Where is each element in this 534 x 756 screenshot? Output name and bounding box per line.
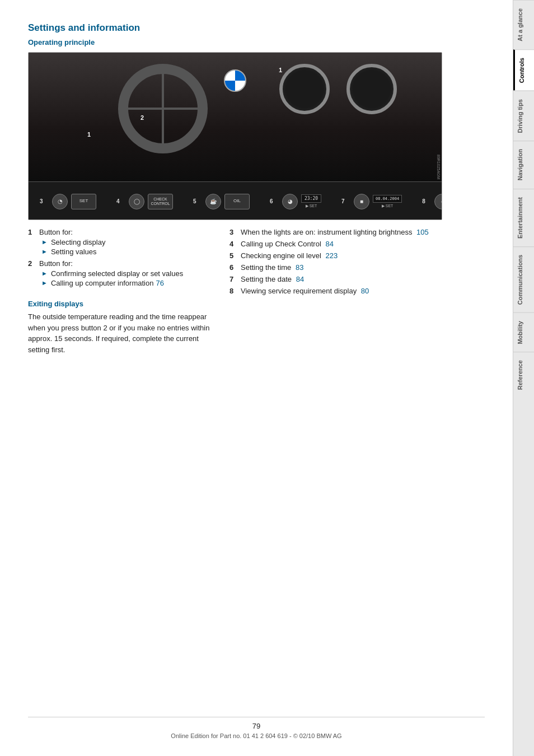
item-3-ref[interactable]: 105 — [416, 228, 429, 236]
tab-communications[interactable]: Communications — [513, 246, 535, 312]
bmw-logo-icon — [224, 69, 246, 92]
tab-at-a-glance[interactable]: At a glance — [513, 0, 535, 49]
instrument-image: 1 1 2 3 ◔ SET 4 ◯ CHECKCONTROL 5 ☕ — [28, 52, 442, 220]
button-6-module: ◕ 23:20 ▶ SET — [282, 194, 321, 209]
time-set-label: ▶ SET — [306, 204, 317, 208]
item-2-sub-2-text: Calling up computer information — [51, 279, 154, 287]
item-2-num: 2 — [28, 259, 39, 288]
right-column: 3 When the lights are on: instrument lig… — [229, 228, 496, 355]
item-7-label: Setting the date — [241, 275, 292, 283]
sidebar: At a glance Controls Driving tips Naviga… — [513, 0, 534, 756]
arrow-icon-3: ► — [41, 270, 48, 277]
button-5-module: ☕ OIL — [205, 194, 250, 209]
speedometer-gauge — [279, 64, 330, 114]
item-6-label: Setting the time — [241, 263, 291, 272]
item-1-sub-1: ► Selecting display — [41, 238, 218, 246]
item-8-ref[interactable]: 80 — [361, 287, 369, 295]
item-6-ref[interactable]: 83 — [296, 263, 303, 272]
item-1-label: Button for: — [39, 228, 73, 236]
item-2-sub-2: ► Calling up computer information 76 — [41, 279, 218, 287]
item-2-sub-1: ► Confirming selected display or set val… — [41, 269, 218, 278]
button-7-module: ■ 08.04.2004 ▶ SET — [354, 194, 402, 209]
item-4-label: Calling up Check Control — [241, 240, 321, 248]
item-4-num: 4 — [229, 240, 241, 248]
item-1-subitems: ► Selecting display ► Setting values — [41, 238, 218, 256]
button-5-rect: OIL — [224, 194, 250, 209]
date-set-label: ▶ SET — [382, 204, 394, 208]
time-display: 23:20 — [301, 194, 321, 203]
tab-controls[interactable]: Controls — [513, 49, 535, 91]
button-5-icon: ☕ — [205, 194, 221, 209]
item-2-sub-1-text: Confirming selected display or set value… — [51, 269, 183, 278]
button-5-label: 5 — [193, 198, 200, 204]
arrow-icon-4: ► — [41, 279, 48, 286]
exiting-title: Exiting displays — [28, 300, 218, 308]
item-4-ref[interactable]: 84 — [325, 240, 333, 248]
image-label-1-top: 1 — [279, 67, 282, 73]
item-2-content: Button for: ► Confirming selected displa… — [39, 259, 218, 288]
item-1-sub-2: ► Setting values — [41, 248, 218, 256]
button-6-icon: ◕ — [282, 194, 298, 209]
button-7-label: 7 — [341, 198, 348, 204]
item-7-content: Setting the date 84 — [241, 275, 496, 283]
tab-driving-tips[interactable]: Driving tips — [513, 91, 535, 141]
list-item-3: 3 When the lights are on: instrument lig… — [229, 228, 496, 236]
item-3-label: When the lights are on: instrument light… — [241, 228, 412, 236]
button-3-rect: SET — [71, 194, 96, 209]
item-1-num: 1 — [28, 228, 39, 257]
copyright-text: Online Edition for Part no. 01 41 2 604 … — [171, 732, 341, 739]
rpm-gauge — [346, 64, 397, 114]
tab-entertainment[interactable]: Entertainment — [513, 189, 535, 246]
button-7-display: 08.04.2004 ▶ SET — [373, 195, 402, 208]
list-item-5: 5 Checking engine oil level 223 — [229, 251, 496, 260]
item-7-ref[interactable]: 84 — [296, 275, 304, 283]
button-8-module: ◖ ▶ SERVICE-INFOS — [434, 194, 442, 209]
page-number: 79 — [28, 722, 485, 730]
item-4-content: Calling up Check Control 84 — [241, 240, 496, 248]
page-title: Settings and information — [28, 22, 496, 34]
arrow-icon-2: ► — [41, 248, 48, 255]
list-item-6: 6 Setting the time 83 — [229, 263, 496, 272]
left-column: 1 Button for: ► Selecting display ► Sett… — [28, 228, 218, 355]
button-6-display: 23:20 ▶ SET — [301, 194, 321, 208]
list-item-1: 1 Button for: ► Selecting display ► Sett… — [28, 228, 218, 257]
list-item-2: 2 Button for: ► Confirming selected disp… — [28, 259, 218, 288]
item-3-content: When the lights are on: instrument light… — [241, 228, 496, 236]
item-8-num: 8 — [229, 287, 241, 295]
item-6-num: 6 — [229, 263, 241, 272]
button-6-label: 6 — [270, 198, 277, 204]
button-4-label: 4 — [116, 198, 123, 204]
item-2-subitems: ► Confirming selected display or set val… — [41, 269, 218, 287]
item-6-content: Setting the time 83 — [241, 263, 496, 272]
button-strip: 3 ◔ SET 4 ◯ CHECKCONTROL 5 ☕ OIL 6 — [29, 181, 442, 220]
exiting-text: The outside temperature reading and the … — [28, 311, 218, 355]
item-5-content: Checking engine oil level 223 — [241, 251, 496, 260]
arrow-icon-1: ► — [41, 239, 48, 245]
button-7-icon: ■ — [354, 194, 369, 209]
item-2-sub-2-ref[interactable]: 76 — [156, 279, 163, 287]
content-columns: 1 Button for: ► Selecting display ► Sett… — [28, 228, 496, 355]
page-footer: 79 Online Edition for Part no. 01 41 2 6… — [28, 717, 485, 739]
item-1-sub-1-text: Selecting display — [51, 238, 106, 246]
date-display: 08.04.2004 — [373, 195, 402, 203]
button-4-rect: CHECKCONTROL — [148, 194, 173, 209]
item-8-label: Viewing service requirement display — [241, 287, 357, 295]
tab-mobility[interactable]: Mobility — [513, 312, 535, 352]
tab-navigation[interactable]: Navigation — [513, 141, 535, 188]
image-label-1-bottom: 1 — [87, 131, 91, 138]
button-4-module: ◯ CHECKCONTROL — [129, 194, 173, 209]
item-5-ref[interactable]: 223 — [325, 251, 338, 260]
image-copyright: 89R1025AGM — [437, 155, 441, 179]
button-8-icon: ◖ — [434, 194, 442, 209]
item-5-label: Checking engine oil level — [241, 251, 321, 260]
gauge-cluster — [279, 64, 397, 114]
item-3-num: 3 — [229, 228, 241, 236]
list-item-4: 4 Calling up Check Control 84 — [229, 240, 496, 248]
item-1-content: Button for: ► Selecting display ► Settin… — [39, 228, 218, 257]
button-8-label: 8 — [422, 198, 429, 204]
tab-reference[interactable]: Reference — [513, 352, 535, 398]
button-4-icon: ◯ — [129, 194, 144, 209]
exiting-section: Exiting displays The outside temperature… — [28, 300, 218, 355]
section-subtitle: Operating principle — [28, 38, 496, 46]
button-3-icon: ◔ — [52, 194, 68, 209]
